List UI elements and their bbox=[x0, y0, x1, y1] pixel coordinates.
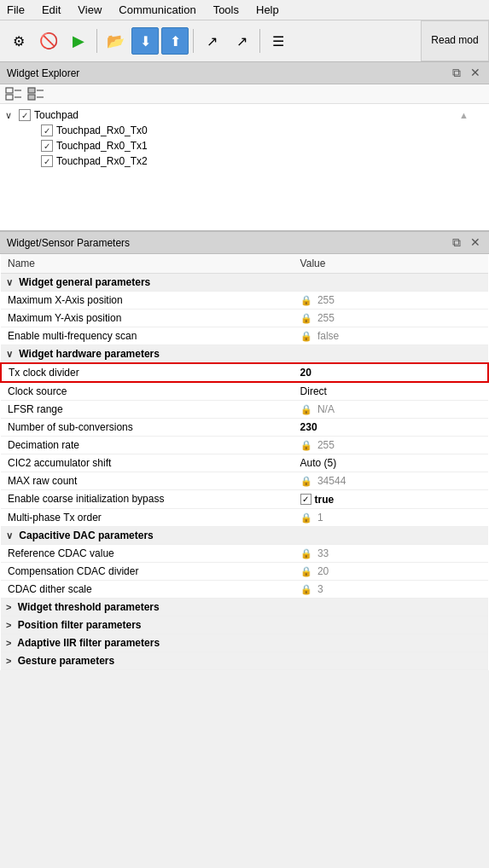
param-value-coarse-init[interactable]: ✓ true bbox=[294, 490, 488, 509]
lock-ref-cdac-icon: 🔒 bbox=[300, 548, 312, 559]
tree-row-rx0tx0[interactable]: ✓ Touchpad_Rx0_Tx0 bbox=[0, 123, 489, 138]
lock-comp-cdac-icon: 🔒 bbox=[300, 566, 312, 577]
row-max-y-axis: Maximum Y-Axis position 🔒 255 bbox=[1, 310, 488, 327]
widget-explorer-panel: Widget Explorer ⧉ ✕ ∨ ✓ bbox=[0, 62, 489, 232]
settings-button[interactable]: ⚙ bbox=[5, 27, 32, 55]
export2-icon: ↗ bbox=[236, 33, 247, 49]
toolbar-separator-1 bbox=[96, 29, 97, 53]
coarse-init-checkbox-cell: ✓ true bbox=[300, 494, 335, 506]
menu-help[interactable]: Help bbox=[253, 2, 282, 18]
section-widget-hardware[interactable]: ∨ Widget hardware parameters bbox=[1, 345, 488, 364]
coarse-init-checkbox[interactable]: ✓ bbox=[300, 494, 311, 505]
list-button[interactable]: ☰ bbox=[265, 27, 292, 55]
section-widget-threshold-label[interactable]: > Widget threshold parameters bbox=[1, 598, 488, 616]
toolbar: ⚙ 🚫 ▶ 📂 ⬇ ⬆ ↗ ↗ ☰ bbox=[0, 20, 421, 61]
play-button[interactable]: ▶ bbox=[65, 27, 92, 55]
section-gesture[interactable]: > Gesture parameters bbox=[1, 651, 488, 669]
row-cdac-dither: CDAC dither scale 🔒 3 bbox=[1, 580, 488, 598]
collapse-all-icon[interactable] bbox=[27, 87, 44, 101]
download-button[interactable]: ⬇ bbox=[131, 27, 159, 55]
toolbar-area: ⚙ 🚫 ▶ 📂 ⬇ ⬆ ↗ ↗ ☰ bbox=[0, 20, 489, 62]
section-widget-general-label[interactable]: ∨ Widget general parameters bbox=[1, 274, 488, 292]
tree-label-rx0tx0: Touchpad_Rx0_Tx0 bbox=[56, 124, 148, 136]
play-icon: ▶ bbox=[73, 32, 84, 50]
collapse-hardware-icon[interactable]: ∨ bbox=[6, 349, 13, 359]
param-name-cdac-dither: CDAC dither scale bbox=[1, 580, 294, 598]
param-name-comp-cdac: Compensation CDAC divider bbox=[1, 562, 294, 580]
expand-rx0tx1-icon bbox=[27, 141, 41, 151]
open-button[interactable]: 📂 bbox=[102, 27, 129, 55]
menu-view[interactable]: View bbox=[74, 2, 105, 18]
tree-row-rx0tx2[interactable]: ✓ Touchpad_Rx0_Tx2 bbox=[0, 153, 489, 169]
lock-max-raw-icon: 🔒 bbox=[300, 476, 312, 487]
col-value-header: Value bbox=[294, 254, 488, 274]
lock-cdac-dither-icon: 🔒 bbox=[300, 584, 312, 595]
collapse-cdac-icon[interactable]: ∨ bbox=[6, 530, 13, 541]
section-widget-general[interactable]: ∨ Widget general parameters bbox=[1, 274, 488, 292]
param-value-decimation: 🔒 255 bbox=[294, 437, 488, 454]
expand-iir-icon[interactable]: > bbox=[6, 638, 11, 648]
param-value-clock-source[interactable]: Direct bbox=[294, 382, 488, 401]
param-name-max-raw: MAX raw count bbox=[1, 472, 294, 490]
lock-multi-freq-icon: 🔒 bbox=[300, 331, 312, 342]
section-adaptive-iir[interactable]: > Adaptive IIR filter parameters bbox=[1, 634, 488, 651]
param-name-max-x: Maximum X-Axis position bbox=[1, 292, 294, 310]
param-name-cic2: CIC2 accumulator shift bbox=[1, 454, 294, 472]
checkbox-rx0tx2[interactable]: ✓ bbox=[41, 155, 53, 167]
tree-row-touchpad[interactable]: ∨ ✓ Touchpad ▲ bbox=[0, 107, 489, 123]
section-position-filter-label[interactable]: > Position filter parameters bbox=[1, 616, 488, 634]
section-capacitive-dac[interactable]: ∨ Capacitive DAC parameters bbox=[1, 526, 488, 544]
row-sub-conversions: Number of sub-conversions 230 bbox=[1, 419, 488, 437]
menu-edit[interactable]: Edit bbox=[38, 2, 64, 18]
export-button[interactable]: ↗ bbox=[198, 27, 225, 55]
export2-button[interactable]: ↗ bbox=[228, 27, 255, 55]
checkbox-touchpad[interactable]: ✓ bbox=[19, 109, 31, 121]
section-widget-hardware-label[interactable]: ∨ Widget hardware parameters bbox=[1, 345, 488, 364]
row-clock-source: Clock source Direct bbox=[1, 382, 488, 401]
expand-gesture-icon[interactable]: > bbox=[6, 656, 11, 666]
lock-max-y-icon: 🔒 bbox=[300, 313, 312, 324]
stop-button[interactable]: 🚫 bbox=[35, 27, 62, 55]
download-icon: ⬇ bbox=[140, 33, 151, 49]
params-close-icon[interactable]: ✕ bbox=[469, 235, 482, 250]
row-multiphase-tx: Multi-phase Tx order 🔒 1 bbox=[1, 508, 488, 526]
expand-touchpad-icon[interactable]: ∨ bbox=[5, 110, 19, 121]
section-gesture-label[interactable]: > Gesture parameters bbox=[1, 651, 488, 669]
upload-button[interactable]: ⬆ bbox=[161, 27, 189, 55]
expand-position-icon[interactable]: > bbox=[6, 620, 11, 630]
expand-threshold-icon[interactable]: > bbox=[6, 602, 11, 612]
widget-tree: ∨ ✓ Touchpad ▲ ✓ Touchpad_Rx0_Tx0 ✓ Touc… bbox=[0, 104, 489, 230]
menu-tools[interactable]: Tools bbox=[210, 2, 242, 18]
section-capacitive-dac-label[interactable]: ∨ Capacitive DAC parameters bbox=[1, 526, 488, 544]
param-name-clock-source: Clock source bbox=[1, 382, 294, 401]
collapse-general-icon[interactable]: ∨ bbox=[6, 277, 13, 287]
upload-icon: ⬆ bbox=[170, 33, 181, 49]
params-restore-icon[interactable]: ⧉ bbox=[450, 235, 463, 250]
menu-file[interactable]: File bbox=[3, 2, 28, 18]
restore-icon[interactable]: ⧉ bbox=[450, 66, 463, 80]
param-value-sub-conv[interactable]: 230 bbox=[294, 419, 488, 437]
menu-communication[interactable]: Communication bbox=[115, 2, 199, 18]
widget-explorer-header-icons: ⧉ ✕ bbox=[450, 66, 482, 80]
section-adaptive-iir-label[interactable]: > Adaptive IIR filter parameters bbox=[1, 634, 488, 651]
read-mode-label: Read mod bbox=[431, 34, 478, 48]
param-name-tx-clock: Tx clock divider bbox=[1, 363, 294, 382]
checkbox-rx0tx1[interactable]: ✓ bbox=[41, 140, 53, 152]
param-value-cic2[interactable]: Auto (5) bbox=[294, 454, 488, 472]
tree-row-rx0tx1[interactable]: ✓ Touchpad_Rx0_Tx1 bbox=[0, 138, 489, 153]
close-icon[interactable]: ✕ bbox=[469, 66, 482, 80]
section-position-filter[interactable]: > Position filter parameters bbox=[1, 616, 488, 634]
read-mode-button[interactable]: Read mod bbox=[421, 20, 489, 61]
param-name-multiphase: Multi-phase Tx order bbox=[1, 508, 294, 526]
expand-all-icon[interactable] bbox=[5, 87, 22, 101]
col-name-header: Name bbox=[1, 254, 294, 274]
svg-rect-0 bbox=[6, 88, 13, 93]
checkbox-rx0tx0[interactable]: ✓ bbox=[41, 124, 53, 136]
row-tx-clock-divider[interactable]: Tx clock divider 20 bbox=[1, 363, 488, 382]
menu-bar: File Edit View Communication Tools Help bbox=[0, 0, 489, 20]
param-value-tx-clock[interactable]: 20 bbox=[294, 363, 488, 382]
params-table-header: Name Value bbox=[1, 254, 488, 274]
param-value-multi-freq: 🔒 false bbox=[294, 327, 488, 345]
svg-rect-5 bbox=[28, 95, 35, 100]
section-widget-threshold[interactable]: > Widget threshold parameters bbox=[1, 598, 488, 616]
